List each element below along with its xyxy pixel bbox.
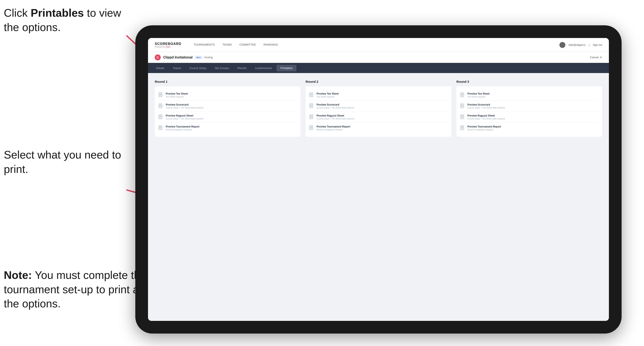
svg-rect-20 bbox=[310, 93, 313, 97]
round-2-raguzzi[interactable]: Preview Raguzzi Sheet Course setup + Tee… bbox=[309, 112, 447, 123]
tournament-name: Clippd Invitational bbox=[163, 55, 192, 59]
round-3-tee-sheet-label: Preview Tee Sheet bbox=[468, 92, 490, 95]
round-1-scorecard-text: Preview Scorecard Course setup + Tee She… bbox=[166, 103, 203, 109]
svg-rect-12 bbox=[159, 115, 162, 119]
round-1-raguzzi-label: Preview Raguzzi Sheet bbox=[166, 114, 203, 117]
round-2-tee-sheet-sub: Tee Sheet required bbox=[316, 96, 339, 98]
hosting-badge: Hosting bbox=[204, 56, 213, 59]
svg-rect-48 bbox=[460, 126, 464, 130]
separator: | bbox=[589, 43, 590, 46]
scorecard-icon bbox=[158, 103, 163, 109]
nav-rankings[interactable]: RANKINGS bbox=[260, 38, 282, 52]
round-2-raguzzi-label: Preview Raguzzi Sheet bbox=[316, 114, 354, 117]
svg-rect-36 bbox=[460, 93, 464, 97]
round-3-raguzzi-sub: Course setup + Tee Sheet data required bbox=[468, 118, 505, 120]
scorecard-icon-2 bbox=[309, 103, 314, 109]
round-1-title: Round 1 bbox=[155, 80, 300, 83]
tee-sheet-icon-3 bbox=[460, 92, 465, 98]
round-3-raguzzi[interactable]: Preview Raguzzi Sheet Course setup + Tee… bbox=[460, 112, 598, 123]
svg-rect-44 bbox=[460, 115, 464, 119]
avatar bbox=[560, 42, 565, 48]
svg-rect-16 bbox=[159, 126, 162, 130]
svg-rect-40 bbox=[460, 104, 464, 108]
round-2-tee-sheet-label: Preview Tee Sheet bbox=[316, 92, 339, 95]
round-2-column: Round 2 Preview Tee Sheet Tee Sheet requ… bbox=[306, 80, 451, 137]
user-email: blair@clippd.io bbox=[569, 43, 586, 46]
nav-teams[interactable]: TEAMS bbox=[218, 38, 236, 52]
tab-course-setup[interactable]: Course Setup bbox=[186, 65, 210, 71]
top-nav-right: blair@clippd.io | Sign out bbox=[560, 42, 602, 48]
raguzzi-icon-3 bbox=[460, 114, 465, 120]
round-1-raguzzi[interactable]: Preview Raguzzi Sheet Course setup + Tee… bbox=[158, 112, 297, 123]
tablet: SCOREBOARD Powered by clippd TOURNAMENTS… bbox=[135, 25, 622, 334]
tournament-report-icon bbox=[158, 125, 163, 131]
round-2-tee-sheet[interactable]: Preview Tee Sheet Tee Sheet required bbox=[309, 90, 447, 101]
round-1-raguzzi-text: Preview Raguzzi Sheet Course setup + Tee… bbox=[166, 114, 203, 120]
round-3-column: Round 3 Preview Tee Sheet Tee Sheet requ… bbox=[456, 80, 602, 137]
svg-rect-24 bbox=[310, 104, 313, 108]
sub-header: C Clippd Invitational Men Hosting Cancel… bbox=[148, 52, 609, 63]
raguzzi-icon-2 bbox=[309, 114, 314, 120]
round-1-column: Round 1 bbox=[155, 80, 300, 137]
round-3-title: Round 3 bbox=[456, 80, 602, 83]
scorecard-icon-3 bbox=[460, 103, 465, 109]
round-3-tournament-report-label: Preview Tournament Report bbox=[468, 125, 501, 128]
svg-rect-28 bbox=[310, 115, 313, 119]
round-3-tee-sheet-sub: Tee Sheet required bbox=[468, 96, 490, 98]
tee-sheet-icon-2 bbox=[309, 92, 314, 98]
tab-nav: Details Teams Course Setup Tee Groups Re… bbox=[148, 63, 609, 73]
round-1-scorecard-sub: Course setup + Tee Sheet data required bbox=[166, 107, 203, 109]
tab-tee-groups[interactable]: Tee Groups bbox=[211, 65, 233, 71]
round-3-scorecard[interactable]: Preview Scorecard Course setup + Tee She… bbox=[460, 101, 598, 112]
round-2-card: Preview Tee Sheet Tee Sheet required Pre… bbox=[306, 86, 451, 137]
sign-out-link[interactable]: Sign out bbox=[593, 43, 602, 46]
tablet-screen: SCOREBOARD Powered by clippd TOURNAMENTS… bbox=[148, 38, 609, 321]
tab-teams[interactable]: Teams bbox=[169, 65, 185, 71]
round-3-tournament-report-sub: Round Completion required bbox=[468, 129, 501, 131]
round-1-tee-sheet[interactable]: Preview Tee Sheet Tee Sheet required bbox=[158, 90, 297, 101]
round-3-raguzzi-label: Preview Raguzzi Sheet bbox=[468, 114, 505, 117]
scoreboard-title: SCOREBOARD bbox=[155, 42, 182, 46]
scoreboard-logo: SCOREBOARD Powered by clippd bbox=[155, 42, 182, 48]
svg-rect-8 bbox=[159, 104, 162, 108]
tab-printables[interactable]: Printables bbox=[276, 65, 296, 71]
round-1-tournament-report-sub: Round Completion required bbox=[166, 129, 199, 131]
note-bold: Note: bbox=[4, 269, 32, 281]
round-1-tee-sheet-text: Preview Tee Sheet Tee Sheet required bbox=[166, 92, 188, 98]
round-1-scorecard-label: Preview Scorecard bbox=[166, 103, 203, 106]
round-2-scorecard-sub: Course setup + Tee Sheet data required bbox=[316, 107, 354, 109]
main-content: Round 1 bbox=[148, 73, 609, 321]
round-1-card: Preview Tee Sheet Tee Sheet required bbox=[155, 86, 300, 137]
round-2-tournament-report[interactable]: Preview Tournament Report Round Completi… bbox=[309, 123, 447, 133]
tournament-logo: C bbox=[155, 54, 161, 60]
tab-results[interactable]: Results bbox=[234, 65, 250, 71]
round-3-card: Preview Tee Sheet Tee Sheet required Pre… bbox=[456, 86, 602, 137]
round-1-scorecard[interactable]: Preview Scorecard Course setup + Tee She… bbox=[158, 101, 297, 112]
tee-sheet-icon bbox=[158, 92, 163, 98]
round-1-tournament-report-text: Preview Tournament Report Round Completi… bbox=[166, 125, 199, 131]
round-3-tournament-report[interactable]: Preview Tournament Report Round Completi… bbox=[460, 123, 598, 133]
round-3-scorecard-label: Preview Scorecard bbox=[468, 103, 505, 106]
cancel-button[interactable]: Cancel ✕ bbox=[590, 56, 602, 59]
tab-leaderboards[interactable]: Leaderboards bbox=[251, 65, 276, 71]
annotation-top: Click Printables to view the options. bbox=[4, 6, 126, 34]
annotation-bottom: Note: You must complete the tournament s… bbox=[4, 268, 148, 311]
nav-tournaments[interactable]: TOURNAMENTS bbox=[190, 38, 218, 52]
round-2-tournament-report-sub: Round Completion required bbox=[316, 129, 350, 131]
tournament-report-icon-3 bbox=[460, 125, 465, 131]
tournament-report-icon-2 bbox=[309, 125, 314, 131]
top-nav: SCOREBOARD Powered by clippd TOURNAMENTS… bbox=[148, 38, 609, 52]
annotation-middle: Select what you need to print. bbox=[4, 148, 126, 176]
round-2-raguzzi-sub: Course setup + Tee Sheet data required bbox=[316, 118, 354, 120]
round-3-tee-sheet[interactable]: Preview Tee Sheet Tee Sheet required bbox=[460, 90, 598, 101]
nav-committee[interactable]: COMMITTEE bbox=[236, 38, 260, 52]
round-2-tournament-report-label: Preview Tournament Report bbox=[316, 125, 350, 128]
round-1-tee-sheet-sub: Tee Sheet required bbox=[166, 96, 188, 98]
round-1-tournament-report-label: Preview Tournament Report bbox=[166, 125, 199, 128]
round-2-scorecard[interactable]: Preview Scorecard Course setup + Tee She… bbox=[309, 101, 447, 112]
top-nav-links: TOURNAMENTS TEAMS COMMITTEE RANKINGS bbox=[190, 38, 560, 52]
round-2-title: Round 2 bbox=[306, 80, 451, 83]
round-3-scorecard-sub: Course setup + Tee Sheet data required bbox=[468, 107, 505, 109]
round-1-tournament-report[interactable]: Preview Tournament Report Round Completi… bbox=[158, 123, 297, 133]
tab-details[interactable]: Details bbox=[152, 65, 168, 71]
